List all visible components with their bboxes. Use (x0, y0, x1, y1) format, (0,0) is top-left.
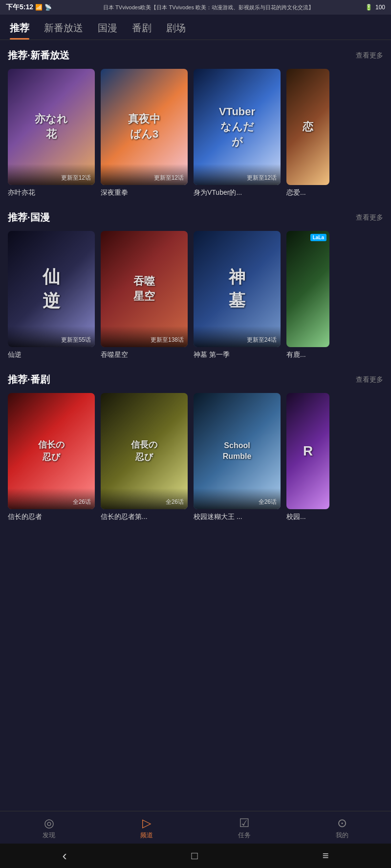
fanju-scroll-row: 信长の忍び 全26话 信长的忍者 信長の忍び 全26话 信长的忍者第... Sc… (8, 393, 383, 521)
section-guoman-title: 推荐·国漫 (8, 211, 50, 224)
mine-icon: ⊙ (337, 817, 347, 829)
card-thumb-dongman-3: 神墓 更新至24话 (194, 231, 281, 347)
card-title-1: 亦叶亦花 (8, 188, 95, 197)
lala-badge: LaLa (310, 234, 326, 241)
section-guoman-header: 推荐·国漫 查看更多 (8, 211, 383, 224)
card-badge-fj1: 全26话 (8, 488, 95, 509)
nav-tabs: 推荐 新番放送 国漫 番剧 剧场 (0, 15, 391, 40)
task-icon: ☑ (239, 817, 250, 829)
card-thumb-text-fj2: 信長の忍び (131, 439, 157, 463)
guoman-scroll-row: 仙逆 更新至55话 仙逆 吞噬星空 更新至138话 吞噬星空 神墓 更新至24话… (8, 231, 383, 359)
status-title: 日本 TVvivodes欧美【日本 TVvivodes 欧美：动漫游戏、影视娱乐… (103, 4, 314, 11)
tab-new-anime[interactable]: 新番放送 (44, 21, 83, 40)
card-badge-3: 更新至12话 (194, 164, 281, 185)
card-thumb-text-fj1: 信长の忍び (38, 439, 65, 463)
card-dongman-2[interactable]: 吞噬星空 更新至138话 吞噬星空 (101, 231, 188, 359)
section-new-anime-more[interactable]: 查看更多 (356, 51, 383, 60)
card-badge-dm1: 更新至55话 (8, 326, 95, 347)
card-thumb-fanju-3: SchoolRumble 全26话 (194, 393, 281, 509)
tab-guoman[interactable]: 国漫 (98, 21, 117, 40)
tab-theater[interactable]: 剧场 (166, 21, 186, 40)
card-dongman-1[interactable]: 仙逆 更新至55话 仙逆 (8, 231, 95, 359)
card-thumb-fanju-4: R (286, 393, 329, 509)
task-label: 任务 (238, 831, 251, 840)
card-title-dm2: 吞噬星空 (101, 351, 188, 359)
section-new-anime: 推荐·新番放送 查看更多 亦なれ花 更新至12话 亦叶亦花 真夜中ばん3 更新至… (0, 40, 391, 202)
signal-icon: 📶 (35, 4, 43, 11)
section-new-anime-title: 推荐·新番放送 (8, 49, 69, 62)
card-thumb-text-fj4: R (303, 441, 313, 460)
home-button[interactable]: □ (180, 846, 210, 866)
system-nav-bar: ‹ □ ≡ (0, 844, 391, 868)
card-thumb-anime-3: VTuberなんだが 更新至12话 (194, 69, 281, 185)
menu-button[interactable]: ≡ (311, 846, 341, 866)
card-thumb-dongman-2: 吞噬星空 更新至138话 (101, 231, 188, 347)
wifi-icon: 📡 (44, 4, 52, 11)
card-thumb-anime-2: 真夜中ばん3 更新至12话 (101, 69, 188, 185)
status-bar: 下午5:12 📶 📡 日本 TVvivodes欧美【日本 TVvivodes 欧… (0, 0, 391, 15)
card-badge-dm3: 更新至24话 (194, 326, 281, 347)
status-left: 下午5:12 📶 📡 (6, 3, 52, 12)
card-thumb-text-1: 亦なれ花 (35, 112, 68, 142)
section-fanju-title: 推荐·番剧 (8, 373, 50, 386)
status-right: 🔋 100 (365, 4, 385, 11)
discover-label: 发现 (43, 831, 55, 840)
card-badge-1: 更新至12话 (8, 164, 95, 185)
new-anime-scroll-row: 亦なれ花 更新至12话 亦叶亦花 真夜中ばん3 更新至12话 深夜重拳 VTub… (8, 69, 383, 197)
card-thumb-text-dm3: 神墓 (229, 266, 245, 312)
card-thumb-text-dm2: 吞噬星空 (133, 274, 155, 304)
card-title-dm3: 神墓 第一季 (194, 351, 281, 359)
card-thumb-text-fj3: SchoolRumble (223, 440, 252, 462)
discover-icon: ◎ (44, 817, 54, 829)
card-thumb-fanju-2: 信長の忍び 全26话 (101, 393, 188, 509)
card-dongman-4-partial[interactable]: LaLa 有鹿... (286, 231, 329, 359)
card-thumb-fanju-1: 信长の忍び 全26话 (8, 393, 95, 509)
card-fanju-1[interactable]: 信长の忍び 全26话 信长的忍者 (8, 393, 95, 521)
card-thumb-dongman-1: 仙逆 更新至55话 (8, 231, 95, 347)
section-guoman-more[interactable]: 查看更多 (356, 213, 383, 222)
section-fanju: 推荐·番剧 查看更多 信长の忍び 全26话 信长的忍者 信長の忍び 全26话 信… (0, 364, 391, 526)
card-thumb-text-2: 真夜中ばん3 (128, 112, 160, 142)
card-fanju-4-partial[interactable]: R 校园... (286, 393, 329, 521)
card-title-4: 恋爱... (286, 188, 329, 197)
bottom-nav: ◎ 发现 ▷ 频道 ☑ 任务 ⊙ 我的 (0, 811, 391, 844)
section-new-anime-header: 推荐·新番放送 查看更多 (8, 49, 383, 62)
card-badge-2: 更新至12话 (101, 164, 188, 185)
card-title-dm1: 仙逆 (8, 351, 95, 359)
channel-label: 频道 (140, 831, 153, 840)
bottom-nav-task[interactable]: ☑ 任务 (225, 817, 264, 840)
tab-fanju[interactable]: 番剧 (132, 21, 152, 40)
card-title-fj3: 校园迷糊大王 ... (194, 513, 281, 521)
card-fanju-3[interactable]: SchoolRumble 全26话 校园迷糊大王 ... (194, 393, 281, 521)
card-title-dm4: 有鹿... (286, 351, 329, 359)
card-dongman-3[interactable]: 神墓 更新至24话 神墓 第一季 (194, 231, 281, 359)
card-anime-1[interactable]: 亦なれ花 更新至12话 亦叶亦花 (8, 69, 95, 197)
card-thumb-anime-1: 亦なれ花 更新至12话 (8, 69, 95, 185)
card-anime-4-partial[interactable]: 恋 恋爱... (286, 69, 329, 197)
bottom-nav-channel[interactable]: ▷ 频道 (127, 817, 166, 840)
card-anime-2[interactable]: 真夜中ばん3 更新至12话 深夜重拳 (101, 69, 188, 197)
card-title-3: 身为VTuber的... (194, 188, 281, 197)
card-badge-dm2: 更新至138话 (101, 326, 188, 347)
section-fanju-more[interactable]: 查看更多 (356, 375, 383, 384)
status-time: 下午5:12 (6, 3, 33, 12)
card-title-fj2: 信长的忍者第... (101, 513, 188, 521)
back-button[interactable]: ‹ (50, 844, 78, 868)
battery-level: 100 (375, 4, 385, 11)
card-badge-fj3: 全26话 (194, 488, 281, 509)
card-title-2: 深夜重拳 (101, 188, 188, 197)
card-title-fj4: 校园... (286, 513, 329, 521)
card-thumb-text-3: VTuberなんだが (216, 104, 259, 149)
channel-icon: ▷ (142, 817, 151, 829)
card-thumb-dongman-4: LaLa (286, 231, 329, 347)
section-fanju-header: 推荐·番剧 查看更多 (8, 373, 383, 386)
battery-icon: 🔋 (365, 4, 372, 11)
card-fanju-2[interactable]: 信長の忍び 全26话 信长的忍者第... (101, 393, 188, 521)
mine-label: 我的 (336, 831, 348, 840)
card-thumb-text-4: 恋 (303, 120, 313, 135)
bottom-nav-discover[interactable]: ◎ 发现 (29, 817, 68, 840)
tab-recommend[interactable]: 推荐 (10, 21, 29, 40)
bottom-nav-mine[interactable]: ⊙ 我的 (323, 817, 362, 840)
card-badge-fj2: 全26话 (101, 488, 188, 509)
card-anime-3[interactable]: VTuberなんだが 更新至12话 身为VTuber的... (194, 69, 281, 197)
